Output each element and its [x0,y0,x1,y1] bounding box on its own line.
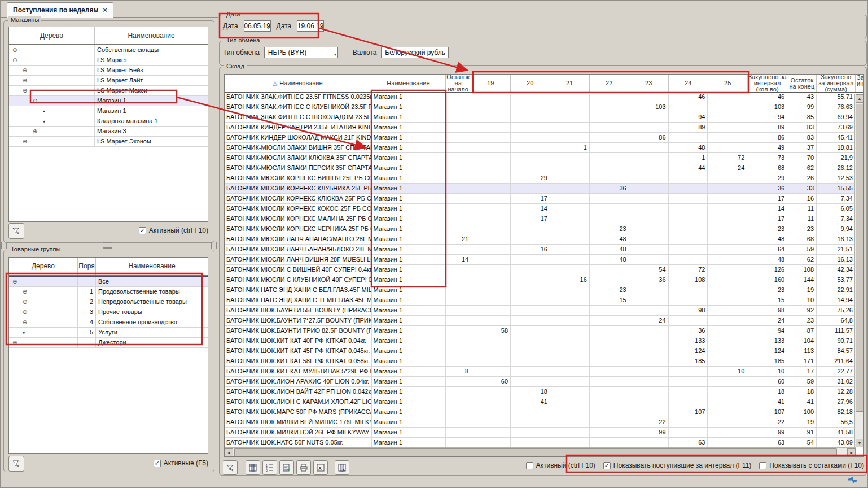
week-value-cell[interactable]: 48 [669,143,708,152]
sklad-col-za-interval[interactable]: Заин [856,75,863,92]
week-value-cell[interactable] [550,234,590,244]
week-value-cell[interactable] [708,184,747,193]
purchased-sum-cell[interactable]: 31,02 [817,377,856,386]
week-value-cell[interactable] [471,102,511,112]
week-value-cell[interactable] [511,407,550,417]
opening-balance-cell[interactable] [446,123,471,132]
tree-row-label[interactable]: LS Маркет Бейз [95,66,208,75]
week-value-cell[interactable]: 89 [669,123,708,132]
purchased-sum-cell[interactable]: 26,12 [817,163,856,173]
week-value-cell[interactable] [708,275,747,285]
table-row[interactable]: БАТОНЧИК-МЮСЛИ ЗЛАКИ ВИШНЯ 35Г СПАРТАК 0… [225,143,856,153]
week-value-cell[interactable] [629,173,669,183]
week-value-cell[interactable] [471,153,511,163]
purchased-qty-cell[interactable]: 126 [747,265,787,274]
table-row[interactable]: БАТОНЧИК НАТС ЭНД ХАНИ С ТЕМН.ГЛАЗ.45Г M… [225,295,856,306]
week-value-cell[interactable] [590,336,629,346]
week-value-cell[interactable] [590,356,629,366]
store-cell[interactable]: Магазин 1 [372,184,446,193]
opening-balance-cell[interactable] [446,133,471,142]
purchased-sum-cell[interactable]: 18,81 [817,143,856,152]
week-value-cell[interactable] [708,346,747,356]
closing-balance-cell[interactable]: 11 [787,204,817,213]
week-value-cell[interactable] [471,173,511,183]
week-value-cell[interactable] [550,214,590,224]
purchased-sum-cell[interactable]: 7,34 [817,214,856,224]
week-value-cell[interactable] [511,143,550,152]
week-value-cell[interactable] [669,428,708,437]
purchased-qty-cell[interactable]: 48 [747,234,787,244]
closing-balance-cell[interactable]: 70 [787,153,817,163]
product-name-cell[interactable]: БАТОНЧИК МЮСЛИ ЛАНЧ АНАНАС/МАНГО 28Г MUE [225,234,372,244]
week-value-cell[interactable]: 16 [511,245,550,254]
tree-row-label[interactable]: Услуги [96,328,208,337]
week-value-cell[interactable] [590,387,629,396]
store-cell[interactable]: Магазин 1 [372,245,446,254]
product-name-cell[interactable]: БАТОНЧИК МЮСЛИ ЛАНЧ ВИШНЯ 28Г MUESLI LUN [225,255,372,264]
closing-balance-cell[interactable]: 16 [787,194,817,203]
product-name-cell[interactable]: БАТОНЧИК ШОК.МИЛКИ ВЕЙ МИНИС 176Г MILKYW [225,417,372,427]
product-name-cell[interactable]: БАТОНЧИК КИНДЕР КАНТРИ 23.5Г ИТАЛИЯ KIND… [225,123,372,132]
product-name-cell[interactable]: БАТОНЧИК ШОК.КИТ КАТ МУЛЬТИПАК 5*29Г РФ … [225,367,372,376]
purchased-qty-cell[interactable]: 73 [747,153,787,163]
purchased-qty-cell[interactable]: 99 [747,428,787,437]
purchased-sum-cell[interactable]: 21,51 [817,245,856,254]
week-value-cell[interactable] [708,255,747,264]
week-value-cell[interactable] [590,94,629,102]
tree-row-label[interactable]: Непродовольственные товары [96,297,208,307]
week-value-cell[interactable] [471,407,511,417]
opening-balance-cell[interactable] [446,163,471,173]
tree-row[interactable]: ●Магазин 1 [9,106,208,116]
week-value-cell[interactable] [511,184,550,193]
tree-row[interactable]: ●5Услуги [9,328,208,338]
week-value-cell[interactable] [669,234,708,244]
sklad-col-week[interactable]: 24 [669,75,708,92]
tree-cell[interactable]: ⊕ [9,76,95,85]
purchased-sum-cell[interactable]: 43,09 [817,438,856,447]
week-value-cell[interactable] [629,438,669,447]
week-value-cell[interactable] [629,112,669,122]
week-value-cell[interactable] [708,204,747,213]
closing-balance-cell[interactable]: 43 [787,94,817,102]
table-row[interactable]: БАТОНЧИК КИНДЕР КАНТРИ 23.5Г ИТАЛИЯ KIND… [225,123,856,133]
week-value-cell[interactable] [629,224,669,234]
calculate-button[interactable] [279,460,294,475]
numbering-button[interactable]: 1 2 3 [262,460,277,475]
purchased-qty-cell[interactable]: 68 [747,163,787,173]
week-value-cell[interactable] [708,397,747,407]
week-value-cell[interactable] [471,417,511,427]
week-value-cell[interactable] [629,194,669,203]
week-value-cell[interactable]: 22 [629,417,669,427]
purchased-sum-cell[interactable]: 45,41 [817,133,856,142]
week-value-cell[interactable] [708,94,747,102]
table-row[interactable]: БАТОНЧИК ЗЛАК.ФИТНЕС 23.5Г FITNESS 0.023… [225,94,856,102]
opening-balance-cell[interactable] [446,397,471,407]
date-to-field[interactable]: 19.06.19 ▾ [297,20,324,32]
tree-cell[interactable]: ⊕ [9,45,95,55]
week-value-cell[interactable] [471,316,511,325]
week-value-cell[interactable] [590,214,629,224]
week-value-cell[interactable] [629,326,669,336]
excel-export-button[interactable]: x [313,460,328,475]
tree-row-label[interactable]: Собственное производство [96,317,208,327]
store-cell[interactable]: Магазин 1 [372,316,446,325]
tree-row-label[interactable]: LS Маркет [95,55,208,65]
store-cell[interactable]: Магазин 1 [372,173,446,183]
sklad-col-week[interactable]: 20 [511,75,550,92]
scroll-right-icon[interactable]: ► [847,448,856,456]
store-cell[interactable]: Магазин 1 [372,407,446,417]
opening-balance-cell[interactable] [446,275,471,285]
week-value-cell[interactable] [511,306,550,315]
table-row[interactable]: БАТОНЧИК ШОК.КИТ КАТ 40Г РФ KITKAT 0.04к… [225,336,856,346]
store-cell[interactable]: Магазин 1 [372,438,446,447]
expand-icon[interactable]: ⊕ [23,138,27,145]
week-value-cell[interactable] [629,123,669,132]
product-name-cell[interactable]: БАТОНЧИК-МЮСЛИ ЗЛАКИ КЛЮКВА 35Г СПАРТАК [225,153,372,163]
week-value-cell[interactable] [669,367,708,376]
week-value-cell[interactable]: 18 [511,387,550,396]
tree-cell[interactable]: ⊖ [9,277,78,286]
week-value-cell[interactable]: 72 [708,153,747,163]
week-value-cell[interactable] [590,173,629,183]
tree-cell[interactable]: ⊖ [9,55,95,65]
week-value-cell[interactable] [669,397,708,407]
